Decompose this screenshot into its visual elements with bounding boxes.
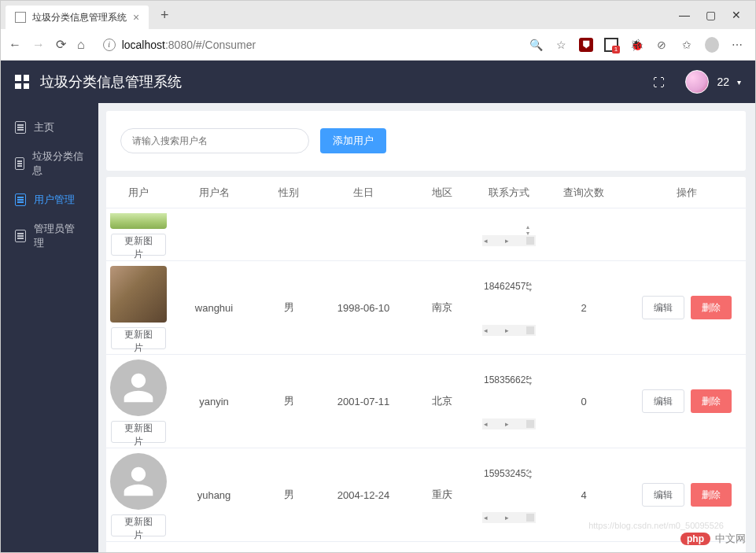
cell-region: 重庆 xyxy=(407,488,478,502)
main-content: 添加用户 用户 用户名 性别 生日 地区 联系方式 查询次数 操作 xyxy=(98,103,755,552)
close-tab-icon[interactable]: × xyxy=(133,11,139,24)
user-avatar xyxy=(110,453,167,510)
cell-count: 4 xyxy=(540,489,627,501)
favorite-icon[interactable]: ☆ xyxy=(554,38,568,52)
user-avatar-icon xyxy=(685,70,709,94)
col-count: 查询次数 xyxy=(540,186,627,200)
contact-textarea[interactable]: 15835662566▴▾ ◂▸ xyxy=(482,373,536,429)
cell-username: yanyin xyxy=(171,396,257,407)
maximize-button[interactable]: ▢ xyxy=(706,9,716,21)
sidebar: 主页 垃圾分类信息 用户管理 管理员管理 xyxy=(1,103,98,552)
cell-birthday: 2004-12-24 xyxy=(320,489,407,501)
username-label: 22 xyxy=(717,76,729,88)
more-icon[interactable]: ⋯ xyxy=(730,38,744,52)
minimize-button[interactable]: — xyxy=(679,9,690,21)
cell-count: 2 xyxy=(540,302,627,314)
cell-username: wanghui xyxy=(171,302,257,314)
address-bar: ← → ⟳ ⌂ i localhost:8080/#/Consumer 🔍 ☆ … xyxy=(1,29,755,61)
cell-region: 北京 xyxy=(407,394,478,408)
scroll-right-icon[interactable]: ▸ xyxy=(505,514,509,522)
cell-gender: 男 xyxy=(257,488,320,502)
page-icon xyxy=(15,12,26,23)
edit-button[interactable]: 编辑 xyxy=(642,296,684,319)
update-image-button[interactable]: 更新图片 xyxy=(111,327,166,349)
site-info-icon[interactable]: i xyxy=(103,39,116,51)
scroll-right-icon[interactable]: ▸ xyxy=(505,420,509,428)
scroll-right-icon[interactable]: ▸ xyxy=(505,326,509,334)
back-button[interactable]: ← xyxy=(9,38,21,52)
scroll-left-icon[interactable]: ◂ xyxy=(484,514,488,522)
user-avatar xyxy=(110,266,167,323)
user-menu[interactable]: 22 ▾ xyxy=(685,70,741,94)
delete-button[interactable]: 删除 xyxy=(691,296,732,319)
fullscreen-icon[interactable]: ⛶ xyxy=(653,76,665,89)
col-birthday: 生日 xyxy=(320,186,407,200)
adblock-icon[interactable]: ⛊ xyxy=(579,38,593,52)
edit-button[interactable]: 编辑 xyxy=(642,483,684,507)
contact-textarea[interactable]: 18462457532▴▾ ◂▸ xyxy=(482,279,536,336)
cell-birthday: 1998-06-10 xyxy=(320,302,407,314)
scroll-down-icon[interactable]: ▾ xyxy=(529,287,536,293)
cell-gender: 男 xyxy=(257,394,320,408)
table-row: 更新图片 yuhang 男 2004-12-24 重庆 15953245321▴… xyxy=(106,448,746,542)
favorites-bar-icon[interactable]: ✩ xyxy=(680,38,694,52)
cell-region: 南京 xyxy=(407,300,478,315)
sidebar-item-label: 用户管理 xyxy=(34,193,75,207)
app-header: 垃圾分类信息管理系统 ⛶ 22 ▾ xyxy=(1,61,755,103)
browser-tab[interactable]: 垃圾分类信息管理系统 × xyxy=(6,6,149,29)
app-menu-icon[interactable] xyxy=(15,75,29,89)
scroll-left-icon[interactable]: ◂ xyxy=(484,420,488,428)
col-region: 地区 xyxy=(407,186,478,200)
sidebar-item-label: 主页 xyxy=(34,120,54,135)
url-field[interactable]: i localhost:8080/#/Consumer xyxy=(96,35,518,54)
sidebar-item-admins[interactable]: 管理员管理 xyxy=(1,218,98,254)
col-username: 用户名 xyxy=(171,186,257,200)
cell-gender: 男 xyxy=(257,300,320,315)
col-gender: 性别 xyxy=(257,186,320,200)
table-row: 更新图片 yanyin 男 2001-07-11 北京 15835662566▴… xyxy=(106,355,746,448)
extension-tabs-icon[interactable] xyxy=(604,38,618,52)
delete-button[interactable]: 删除 xyxy=(691,483,732,507)
sidebar-item-users[interactable]: 用户管理 xyxy=(1,182,98,218)
profile-icon[interactable] xyxy=(705,38,719,52)
scroll-down-icon[interactable]: ▾ xyxy=(529,474,536,481)
table-header: 用户 用户名 性别 生日 地区 联系方式 查询次数 操作 xyxy=(106,177,746,208)
table-row: 更新图片 wanghui 男 1998-06-10 南京 18462457532… xyxy=(106,261,746,355)
close-window-button[interactable]: ✕ xyxy=(732,9,741,21)
home-button[interactable]: ⌂ xyxy=(77,38,85,52)
sidebar-item-label: 垃圾分类信息 xyxy=(32,149,84,178)
sidebar-item-classification[interactable]: 垃圾分类信息 xyxy=(1,146,98,182)
search-card: 添加用户 xyxy=(106,111,746,171)
sidebar-item-home[interactable]: 主页 xyxy=(1,109,98,146)
update-image-button[interactable]: 更新图片 xyxy=(111,234,166,256)
delete-button[interactable]: 删除 xyxy=(691,389,732,413)
document-icon xyxy=(15,121,26,134)
scroll-left-icon[interactable]: ◂ xyxy=(484,237,488,245)
update-image-button[interactable]: 更新图片 xyxy=(111,514,166,536)
document-icon xyxy=(15,157,24,170)
scroll-right-icon[interactable]: ▸ xyxy=(505,237,509,245)
extension-icon-2[interactable]: ⊘ xyxy=(655,38,669,52)
document-icon xyxy=(15,230,26,242)
chevron-down-icon: ▾ xyxy=(737,78,741,87)
user-avatar xyxy=(110,359,167,416)
update-image-button[interactable]: 更新图片 xyxy=(111,421,166,443)
extension-icon-1[interactable]: 🐞 xyxy=(629,38,644,52)
add-user-button[interactable]: 添加用户 xyxy=(320,128,386,153)
user-avatar xyxy=(110,213,167,229)
edit-button[interactable]: 编辑 xyxy=(642,389,684,413)
forward-button[interactable]: → xyxy=(32,38,45,52)
tab-title: 垃圾分类信息管理系统 xyxy=(32,11,127,24)
search-icon[interactable]: 🔍 xyxy=(529,38,543,52)
search-input[interactable] xyxy=(120,128,309,153)
sidebar-item-label: 管理员管理 xyxy=(34,222,84,250)
contact-textarea[interactable]: ▴▾ ◂▸ xyxy=(482,223,536,246)
col-contact: 联系方式 xyxy=(478,186,540,200)
scroll-left-icon[interactable]: ◂ xyxy=(484,326,488,334)
refresh-button[interactable]: ⟳ xyxy=(56,37,66,52)
cell-username: yuhang xyxy=(171,489,257,501)
document-icon xyxy=(15,194,26,206)
scroll-down-icon[interactable]: ▾ xyxy=(529,381,536,387)
contact-textarea[interactable]: 15953245321▴▾ ◂▸ xyxy=(482,466,536,523)
new-tab-button[interactable]: + xyxy=(153,4,175,26)
